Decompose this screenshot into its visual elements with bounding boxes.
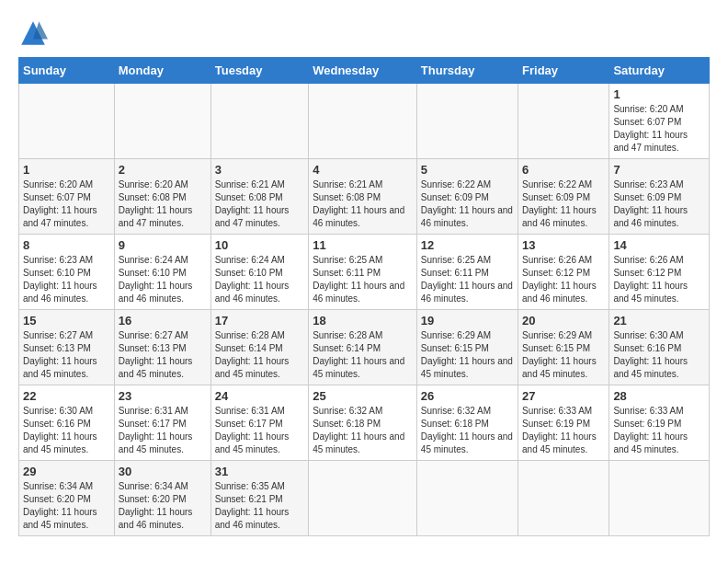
calendar-cell: 27Sunrise: 6:33 AMSunset: 6:19 PMDayligh… xyxy=(518,385,609,461)
day-number: 9 xyxy=(119,238,207,252)
logo xyxy=(18,18,51,48)
calendar-cell xyxy=(309,461,417,536)
day-number: 29 xyxy=(23,465,110,478)
day-header-wednesday: Wednesday xyxy=(309,58,417,84)
day-info: Sunrise: 6:20 AMSunset: 6:07 PMDaylight:… xyxy=(613,103,705,155)
calendar-cell: 19Sunrise: 6:29 AMSunset: 6:15 PMDayligh… xyxy=(416,310,518,385)
calendar-cell: 12Sunrise: 6:25 AMSunset: 6:11 PMDayligh… xyxy=(416,235,518,310)
day-info: Sunrise: 6:34 AMSunset: 6:20 PMDaylight:… xyxy=(23,480,110,532)
calendar-cell: 11Sunrise: 6:25 AMSunset: 6:11 PMDayligh… xyxy=(309,235,417,310)
day-info: Sunrise: 6:34 AMSunset: 6:20 PMDaylight:… xyxy=(119,480,207,532)
day-info: Sunrise: 6:28 AMSunset: 6:14 PMDaylight:… xyxy=(313,329,413,381)
day-info: Sunrise: 6:26 AMSunset: 6:12 PMDaylight:… xyxy=(613,254,705,305)
day-number: 20 xyxy=(522,314,605,327)
day-number: 10 xyxy=(215,238,304,252)
day-number: 21 xyxy=(613,314,705,327)
calendar-cell xyxy=(19,84,115,159)
calendar-cell: 23Sunrise: 6:31 AMSunset: 6:17 PMDayligh… xyxy=(114,385,210,461)
calendar-cell: 15Sunrise: 6:27 AMSunset: 6:13 PMDayligh… xyxy=(19,310,115,385)
day-info: Sunrise: 6:23 AMSunset: 6:10 PMDaylight:… xyxy=(23,254,110,305)
calendar-cell: 16Sunrise: 6:27 AMSunset: 6:13 PMDayligh… xyxy=(114,310,210,385)
day-header-monday: Monday xyxy=(114,58,210,84)
calendar-cell: 25Sunrise: 6:32 AMSunset: 6:18 PMDayligh… xyxy=(309,385,417,461)
day-info: Sunrise: 6:21 AMSunset: 6:08 PMDaylight:… xyxy=(313,178,413,230)
calendar-cell: 4Sunrise: 6:21 AMSunset: 6:08 PMDaylight… xyxy=(309,159,417,235)
calendar-cell: 6Sunrise: 6:22 AMSunset: 6:09 PMDaylight… xyxy=(518,159,609,235)
calendar-cell xyxy=(609,461,710,536)
day-number: 8 xyxy=(23,238,110,252)
page-header xyxy=(18,18,710,48)
day-info: Sunrise: 6:20 AMSunset: 6:08 PMDaylight:… xyxy=(119,178,207,230)
day-info: Sunrise: 6:29 AMSunset: 6:15 PMDaylight:… xyxy=(522,329,605,381)
calendar-cell: 2Sunrise: 6:20 AMSunset: 6:08 PMDaylight… xyxy=(114,159,210,235)
day-info: Sunrise: 6:21 AMSunset: 6:08 PMDaylight:… xyxy=(215,178,304,230)
calendar-cell: 5Sunrise: 6:22 AMSunset: 6:09 PMDaylight… xyxy=(416,159,518,235)
day-number: 19 xyxy=(421,314,514,327)
day-number: 23 xyxy=(119,389,207,403)
calendar-cell: 31Sunrise: 6:35 AMSunset: 6:21 PMDayligh… xyxy=(210,461,308,536)
day-info: Sunrise: 6:23 AMSunset: 6:09 PMDaylight:… xyxy=(613,178,705,230)
calendar-cell: 1Sunrise: 6:20 AMSunset: 6:07 PMDaylight… xyxy=(19,159,115,235)
calendar-cell: 8Sunrise: 6:23 AMSunset: 6:10 PMDaylight… xyxy=(19,235,115,310)
calendar-cell: 9Sunrise: 6:24 AMSunset: 6:10 PMDaylight… xyxy=(114,235,210,310)
day-number: 24 xyxy=(215,389,304,403)
day-number: 26 xyxy=(421,389,514,403)
day-number: 17 xyxy=(215,314,304,327)
calendar-cell xyxy=(309,84,417,159)
calendar-cell xyxy=(416,84,518,159)
day-info: Sunrise: 6:29 AMSunset: 6:15 PMDaylight:… xyxy=(421,329,514,381)
day-number: 5 xyxy=(421,163,514,177)
day-info: Sunrise: 6:25 AMSunset: 6:11 PMDaylight:… xyxy=(421,254,514,305)
day-info: Sunrise: 6:24 AMSunset: 6:10 PMDaylight:… xyxy=(215,254,304,305)
day-number: 14 xyxy=(613,238,705,252)
calendar-cell: 22Sunrise: 6:30 AMSunset: 6:16 PMDayligh… xyxy=(19,385,115,461)
calendar-header-row: SundayMondayTuesdayWednesdayThursdayFrid… xyxy=(19,58,710,84)
week-row-3: 15Sunrise: 6:27 AMSunset: 6:13 PMDayligh… xyxy=(19,310,710,385)
week-row-1: 1Sunrise: 6:20 AMSunset: 6:07 PMDaylight… xyxy=(19,159,710,235)
calendar-cell: 26Sunrise: 6:32 AMSunset: 6:18 PMDayligh… xyxy=(416,385,518,461)
day-number: 3 xyxy=(215,163,304,177)
day-number: 2 xyxy=(119,163,207,177)
calendar-cell: 20Sunrise: 6:29 AMSunset: 6:15 PMDayligh… xyxy=(518,310,609,385)
day-number: 6 xyxy=(522,163,605,177)
week-row-0: 1Sunrise: 6:20 AMSunset: 6:07 PMDaylight… xyxy=(19,84,710,159)
day-info: Sunrise: 6:32 AMSunset: 6:18 PMDaylight:… xyxy=(421,405,514,456)
day-header-saturday: Saturday xyxy=(609,58,710,84)
calendar-table: SundayMondayTuesdayWednesdayThursdayFrid… xyxy=(18,57,710,536)
calendar-cell xyxy=(518,461,609,536)
calendar-cell xyxy=(210,84,308,159)
calendar-cell: 21Sunrise: 6:30 AMSunset: 6:16 PMDayligh… xyxy=(609,310,710,385)
week-row-5: 29Sunrise: 6:34 AMSunset: 6:20 PMDayligh… xyxy=(19,461,710,536)
calendar-body: 1Sunrise: 6:20 AMSunset: 6:07 PMDaylight… xyxy=(19,84,710,536)
day-number: 25 xyxy=(313,389,413,403)
calendar-cell: 18Sunrise: 6:28 AMSunset: 6:14 PMDayligh… xyxy=(309,310,417,385)
day-info: Sunrise: 6:30 AMSunset: 6:16 PMDaylight:… xyxy=(613,329,705,381)
day-number: 16 xyxy=(119,314,207,327)
day-info: Sunrise: 6:22 AMSunset: 6:09 PMDaylight:… xyxy=(421,178,514,230)
day-number: 12 xyxy=(421,238,514,252)
day-header-tuesday: Tuesday xyxy=(210,58,308,84)
calendar-cell: 1Sunrise: 6:20 AMSunset: 6:07 PMDaylight… xyxy=(609,84,710,159)
day-info: Sunrise: 6:26 AMSunset: 6:12 PMDaylight:… xyxy=(522,254,605,305)
calendar-cell: 10Sunrise: 6:24 AMSunset: 6:10 PMDayligh… xyxy=(210,235,308,310)
day-header-sunday: Sunday xyxy=(19,58,115,84)
calendar-cell: 30Sunrise: 6:34 AMSunset: 6:20 PMDayligh… xyxy=(114,461,210,536)
day-number: 22 xyxy=(23,389,110,403)
day-number: 13 xyxy=(522,238,605,252)
calendar-cell: 17Sunrise: 6:28 AMSunset: 6:14 PMDayligh… xyxy=(210,310,308,385)
day-number: 1 xyxy=(23,163,110,177)
day-number: 4 xyxy=(313,163,413,177)
day-info: Sunrise: 6:31 AMSunset: 6:17 PMDaylight:… xyxy=(215,405,304,456)
day-number: 11 xyxy=(313,238,413,252)
day-info: Sunrise: 6:27 AMSunset: 6:13 PMDaylight:… xyxy=(119,329,207,381)
day-header-thursday: Thursday xyxy=(416,58,518,84)
day-info: Sunrise: 6:22 AMSunset: 6:09 PMDaylight:… xyxy=(522,178,605,230)
day-number: 28 xyxy=(613,389,705,403)
day-number: 30 xyxy=(119,465,207,478)
day-info: Sunrise: 6:27 AMSunset: 6:13 PMDaylight:… xyxy=(23,329,110,381)
calendar-cell: 24Sunrise: 6:31 AMSunset: 6:17 PMDayligh… xyxy=(210,385,308,461)
day-number: 7 xyxy=(613,163,705,177)
calendar-cell: 7Sunrise: 6:23 AMSunset: 6:09 PMDaylight… xyxy=(609,159,710,235)
day-info: Sunrise: 6:25 AMSunset: 6:11 PMDaylight:… xyxy=(313,254,413,305)
day-info: Sunrise: 6:31 AMSunset: 6:17 PMDaylight:… xyxy=(119,405,207,456)
